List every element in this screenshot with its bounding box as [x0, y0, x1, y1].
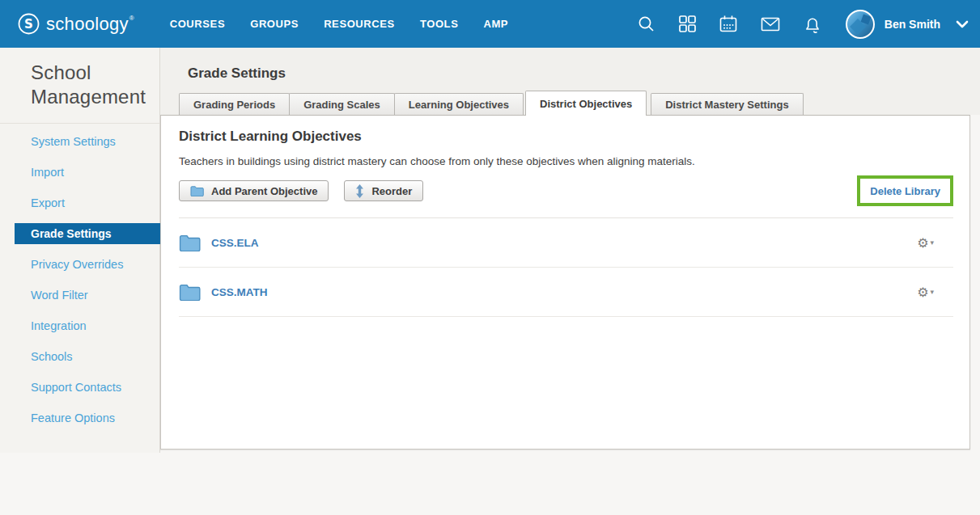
folder-icon — [179, 234, 201, 251]
sidebar-item-schools[interactable]: Schools — [0, 341, 159, 372]
avatar[interactable] — [846, 10, 875, 39]
sidebar-item-grade-settings[interactable]: Grade Settings — [15, 223, 160, 244]
tab-grading-periods[interactable]: Grading Periods — [179, 93, 290, 115]
calendar-icon[interactable] — [719, 15, 738, 34]
objective-link[interactable]: CSS.ELA — [211, 237, 259, 249]
primary-nav: COURSES GROUPS RESOURCES TOOLS AMP — [170, 18, 508, 30]
sidebar: School Management System Settings Import… — [0, 48, 160, 453]
folder-icon — [190, 185, 204, 196]
main-panel: District Learning Objectives Teachers in… — [160, 115, 970, 450]
sidebar-item-feature-options[interactable]: Feature Options — [0, 403, 159, 433]
reorder-button[interactable]: Reorder — [344, 180, 423, 201]
tab-grading-scales[interactable]: Grading Scales — [289, 93, 395, 115]
toolbar: Add Parent Objective Reorder Delete Libr… — [179, 175, 953, 206]
objectives-list: CSS.ELA ⚙▾ CSS.MATH ⚙▾ — [179, 217, 953, 317]
nav-amp[interactable]: AMP — [483, 18, 508, 30]
top-navbar: S schoology ® COURSES GROUPS RESOURCES T… — [0, 0, 980, 48]
caret-down-icon: ▾ — [930, 288, 934, 296]
page-header: Grade Settings Grading Periods Grading S… — [160, 48, 980, 115]
registered-mark: ® — [129, 15, 134, 22]
annotation-highlight-box: Delete Library — [857, 175, 953, 206]
nav-courses[interactable]: COURSES — [170, 18, 226, 30]
schoology-mark-icon: S — [18, 13, 40, 35]
nav-groups[interactable]: GROUPS — [250, 18, 299, 30]
add-parent-objective-button[interactable]: Add Parent Objective — [179, 180, 329, 201]
tab-district-objectives[interactable]: District Objectives — [525, 91, 647, 116]
tab-bar: Grading Periods Grading Scales Learning … — [179, 91, 803, 115]
page-title: Grade Settings — [160, 48, 980, 82]
navbar-right: Ben Smith — [637, 10, 969, 39]
sidebar-item-system-settings[interactable]: System Settings — [0, 126, 159, 157]
sidebar-item-export[interactable]: Export — [0, 188, 159, 218]
messages-icon[interactable] — [760, 14, 781, 35]
add-parent-objective-label: Add Parent Objective — [211, 185, 317, 197]
folder-icon — [179, 283, 201, 301]
sidebar-item-integration[interactable]: Integration — [0, 310, 159, 341]
chevron-down-icon[interactable] — [956, 20, 969, 28]
caret-down-icon: ▾ — [930, 239, 934, 247]
sidebar-item-word-filter[interactable]: Word Filter — [0, 280, 159, 310]
sidebar-nav: System Settings Import Export Grade Sett… — [0, 124, 159, 433]
search-icon[interactable] — [637, 15, 656, 34]
delete-library-link[interactable]: Delete Library — [870, 185, 940, 197]
apps-grid-icon[interactable] — [678, 15, 697, 33]
sidebar-title: School Management — [0, 48, 159, 109]
brand-wordmark: schoology — [46, 14, 129, 35]
nav-tools[interactable]: TOOLS — [420, 18, 459, 30]
notifications-icon[interactable] — [803, 15, 822, 34]
section-description: Teachers in buildings using district mas… — [179, 155, 953, 167]
sidebar-item-privacy-overrides[interactable]: Privacy Overrides — [0, 249, 159, 280]
gear-dropdown[interactable]: ⚙▾ — [917, 285, 934, 300]
schoology-logo[interactable]: S schoology ® — [18, 13, 134, 35]
reorder-label: Reorder — [371, 185, 412, 197]
objective-link[interactable]: CSS.MATH — [211, 286, 268, 298]
reorder-arrows-icon — [355, 184, 364, 198]
objective-row: CSS.MATH ⚙▾ — [179, 268, 953, 317]
sidebar-item-support-contacts[interactable]: Support Contacts — [0, 372, 159, 403]
tab-learning-objectives[interactable]: Learning Objectives — [394, 93, 524, 115]
svg-text:S: S — [24, 17, 33, 32]
tab-district-mastery-settings[interactable]: District Mastery Settings — [651, 93, 803, 115]
objective-row: CSS.ELA ⚙▾ — [179, 218, 953, 268]
sidebar-item-import[interactable]: Import — [0, 157, 159, 188]
nav-resources[interactable]: RESOURCES — [324, 18, 395, 30]
section-title: District Learning Objectives — [179, 129, 953, 145]
user-name[interactable]: Ben Smith — [885, 18, 940, 31]
gear-dropdown[interactable]: ⚙▾ — [917, 235, 934, 251]
